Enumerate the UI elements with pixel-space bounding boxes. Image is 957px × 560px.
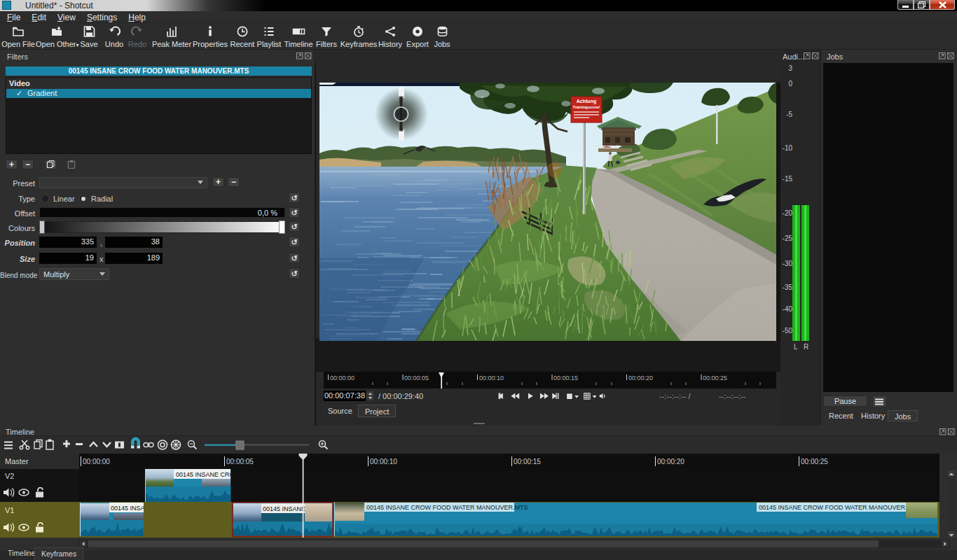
svg-text:00:00:00: 00:00:00 bbox=[83, 458, 110, 465]
svg-text:00145 INSANE CROW: 00145 INSANE CROW bbox=[176, 471, 231, 478]
svg-text:00:00:20: 00:00:20 bbox=[657, 458, 684, 465]
svg-text:00:00:05: 00:00:05 bbox=[226, 458, 254, 465]
svg-text:-20: -20 bbox=[783, 209, 793, 217]
svg-text:-15: -15 bbox=[783, 175, 793, 183]
svg-text:00:00:15: 00:00:15 bbox=[553, 374, 578, 382]
svg-text:00:00:15: 00:00:15 bbox=[514, 458, 541, 465]
svg-text:3: 3 bbox=[788, 64, 792, 72]
svg-text:00:00:25: 00:00:25 bbox=[703, 374, 727, 382]
svg-text:Trainingszone!: Trainingszone! bbox=[573, 105, 600, 109]
svg-text:-50: -50 bbox=[783, 327, 793, 335]
svg-text:00145 INSANE CROW FOOD WATER M: 00145 INSANE CROW FOOD WATER MANOUVER.MT… bbox=[759, 504, 921, 511]
svg-text:-5: -5 bbox=[786, 111, 792, 118]
svg-text:L: L bbox=[794, 343, 798, 351]
svg-text:00:00:05: 00:00:05 bbox=[404, 374, 429, 382]
svg-text:00:00:10: 00:00:10 bbox=[479, 374, 504, 382]
svg-text:-25: -25 bbox=[783, 234, 793, 242]
svg-text:00:00:25: 00:00:25 bbox=[801, 458, 828, 465]
svg-text:00:00:00: 00:00:00 bbox=[330, 374, 354, 382]
svg-text:00:00:10: 00:00:10 bbox=[370, 458, 397, 465]
svg-text:-35: -35 bbox=[783, 284, 793, 291]
svg-text:-40: -40 bbox=[783, 305, 793, 313]
svg-text:00:00:20: 00:00:20 bbox=[628, 374, 653, 382]
svg-text:00145 INSANE CROW FOOD WATER M: 00145 INSANE CROW FOOD WATER MANOUVER.MT… bbox=[366, 504, 528, 511]
svg-text:00145 INSA: 00145 INSA bbox=[111, 505, 144, 512]
svg-text:Achtung: Achtung bbox=[577, 99, 596, 104]
svg-text:-30: -30 bbox=[783, 260, 793, 267]
svg-text:0: 0 bbox=[788, 80, 792, 88]
svg-text:-10: -10 bbox=[783, 144, 793, 152]
svg-text:R: R bbox=[804, 343, 808, 351]
